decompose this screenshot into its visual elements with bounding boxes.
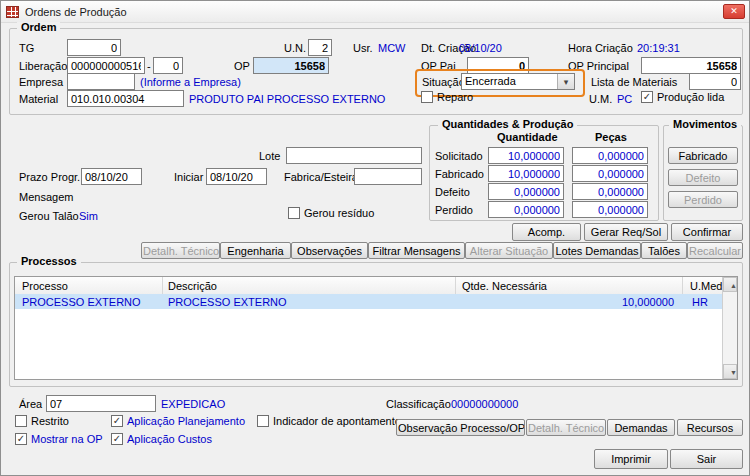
op-label: OP <box>234 60 250 72</box>
pecas-column-header: Peças <box>595 131 627 143</box>
imprimir-button[interactable]: Imprimir <box>594 449 668 469</box>
taloes-button[interactable]: Talões <box>641 242 687 259</box>
processos-legend: Processos <box>17 256 81 267</box>
empresa-input[interactable] <box>67 73 135 90</box>
indicador-apontamento-checkbox[interactable]: Indicador de apontamento <box>257 415 401 427</box>
engenharia-button[interactable]: Engenharia <box>220 242 291 259</box>
column-header-processo: Processo <box>22 280 68 292</box>
liberacao-sequence-input[interactable] <box>153 57 183 74</box>
material-input[interactable] <box>67 90 184 107</box>
checkbox-box-checked: ✓ <box>111 415 123 427</box>
solicitado-quantidade-input[interactable] <box>488 147 564 164</box>
processos-table: Processo Descrição Qtde. Necessária U.Me… <box>14 276 738 380</box>
gerou-residuo-label: Gerou resíduo <box>304 207 374 219</box>
lotes-demandas-button[interactable]: Lotes Demandas <box>553 242 641 259</box>
defeito-quantidade-input[interactable] <box>488 183 564 200</box>
liberacao-input[interactable] <box>67 57 145 74</box>
checkbox-box <box>288 207 300 219</box>
iniciar-label: Iniciar <box>174 171 203 183</box>
prazo-progr-label: Prazo Progr. <box>19 171 80 183</box>
op-input[interactable] <box>253 57 329 74</box>
app-icon <box>6 6 19 18</box>
aplicacao-planejamento-label: Aplicação Planejamento <box>127 415 245 427</box>
confirmar-button[interactable]: Confirmar <box>671 223 743 241</box>
defeito-pecas-input[interactable] <box>572 183 648 200</box>
checkbox-box-checked: ✓ <box>15 433 27 445</box>
column-header-descricao: Descrição <box>168 280 217 292</box>
observacoes-button[interactable]: Observações <box>291 242 368 259</box>
filtrar-mensagens-button[interactable]: Filtrar Mensagens <box>368 242 465 259</box>
producao-lida-checkbox[interactable]: ✓ Produção lida <box>641 91 724 103</box>
op-principal-input[interactable] <box>641 57 741 74</box>
op-pai-input[interactable] <box>467 57 529 74</box>
fabricado-pecas-input[interactable] <box>572 165 648 182</box>
demandas-button[interactable]: Demandas <box>607 419 675 436</box>
mensagem-label: Mensagem <box>19 191 73 203</box>
fabrica-esteira-input[interactable] <box>354 168 422 185</box>
fabricado-label: Fabricado <box>435 168 484 180</box>
checkbox-box <box>257 415 269 427</box>
close-button[interactable]: ✕ <box>723 4 745 19</box>
restrito-checkbox[interactable]: Restrito <box>15 415 69 427</box>
material-label: Material <box>19 93 58 105</box>
table-row[interactable]: PROCESSO EXTERNO PROCESSO EXTERNO 10,000… <box>15 294 723 309</box>
iniciar-input[interactable] <box>206 168 267 185</box>
area-input[interactable] <box>46 395 156 412</box>
aplicacao-custos-checkbox[interactable]: ✓ Aplicação Custos <box>111 433 212 445</box>
classificacao-label: Classificação <box>386 398 451 410</box>
window-title: Ordens de Produção <box>25 6 127 18</box>
reparo-checkbox[interactable]: Reparo <box>421 91 473 103</box>
checkbox-box <box>421 91 433 103</box>
usr-value: MCW <box>378 42 406 54</box>
solicitado-pecas-input[interactable] <box>572 147 648 164</box>
tg-label: TG <box>19 42 34 54</box>
empresa-label: Empresa <box>19 76 63 88</box>
aplicacao-planejamento-checkbox[interactable]: ✓ Aplicação Planejamento <box>111 415 245 427</box>
cell-processo: PROCESSO EXTERNO <box>22 296 141 308</box>
detalh-tecnico-processo-button: Detalh. Técnico <box>526 419 606 436</box>
gerou-residuo-checkbox[interactable]: Gerou resíduo <box>288 207 374 219</box>
situacao-label: Situação <box>422 76 465 88</box>
mostrar-na-op-checkbox[interactable]: ✓ Mostrar na OP <box>15 433 103 445</box>
defeito-label: Defeito <box>435 186 470 198</box>
processos-scrollbar[interactable]: ▲ ▼ <box>722 277 737 379</box>
cell-qtde: 10,000000 <box>462 296 674 308</box>
ordens-producao-window: Ordens de Produção ✕ Ordem TG U.N. Usr. … <box>0 0 750 476</box>
area-descricao: EXPEDICAO <box>161 398 225 410</box>
material-descricao: PRODUTO PAI PROCESSO EXTERNO <box>189 93 385 105</box>
lote-label: Lote <box>259 150 280 162</box>
checkbox-box-checked: ✓ <box>111 433 123 445</box>
hora-criacao-value: 20:19:31 <box>637 42 680 54</box>
sair-button[interactable]: Sair <box>670 449 743 469</box>
movimentos-legend: Movimentos <box>669 119 741 130</box>
quantidade-column-header: Quantidade <box>497 131 558 143</box>
op-pai-label: OP Pai <box>421 60 456 72</box>
situacao-selected-value: Encerrada <box>462 74 557 89</box>
fabrica-esteira-label: Fabrica/Esteira <box>284 171 358 183</box>
column-separator <box>162 277 163 294</box>
gerou-talao-value: Sim <box>79 210 98 222</box>
perdido-quantidade-input[interactable] <box>488 201 564 218</box>
op-principal-label: OP Principal <box>568 60 629 72</box>
recalcular-button: Recalcular <box>687 242 743 259</box>
un-input[interactable] <box>308 39 332 56</box>
aplicacao-custos-label: Aplicação Custos <box>127 433 212 445</box>
quantidades-legend: Quantidades & Produção <box>438 119 577 130</box>
acomp-button[interactable]: Acomp. <box>512 223 581 241</box>
movimento-perdido-button: Perdido <box>668 191 738 208</box>
perdido-pecas-input[interactable] <box>572 201 648 218</box>
lista-materiais-input[interactable] <box>689 73 741 90</box>
gerar-req-sol-button[interactable]: Gerar Req/Sol <box>584 223 668 241</box>
situacao-select[interactable]: Encerrada ▾ <box>461 73 575 90</box>
scroll-down-icon[interactable]: ▼ <box>723 364 737 379</box>
observacao-processo-op-button[interactable]: Observação Processo/OP <box>396 419 525 436</box>
liberacao-separator: - <box>147 60 151 72</box>
tg-input[interactable] <box>67 39 121 56</box>
lote-input[interactable] <box>286 147 422 164</box>
recursos-button[interactable]: Recursos <box>677 419 743 436</box>
titlebar[interactable]: Ordens de Produção <box>1 1 749 23</box>
movimento-fabricado-button[interactable]: Fabricado <box>668 147 738 164</box>
fabricado-quantidade-input[interactable] <box>488 165 564 182</box>
scroll-up-icon[interactable]: ▲ <box>723 277 737 292</box>
prazo-progr-input[interactable] <box>81 168 142 185</box>
